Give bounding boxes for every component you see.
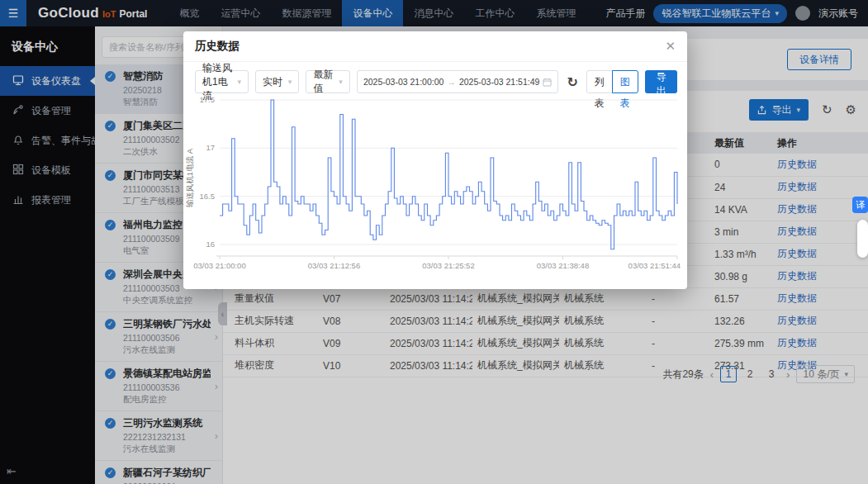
svg-text:16: 16 [206, 240, 215, 249]
chart-view-button[interactable]: 图表 [612, 70, 638, 93]
date-end: 2025-03-03 21:51:49 [459, 77, 540, 87]
svg-text:17: 17 [206, 143, 215, 152]
refresh-icon[interactable]: ↻ [565, 74, 579, 90]
svg-text:输送风机1电流 A: 输送风机1电流 A [185, 148, 194, 207]
close-icon[interactable]: ✕ [665, 39, 676, 54]
translate-widget-button[interactable]: 译 [852, 197, 868, 213]
svg-text:03/03 21:38:48: 03/03 21:38:48 [537, 261, 589, 270]
svg-text:17.5: 17.5 [200, 95, 216, 104]
property-select[interactable]: 输送风机1电流▾ [195, 70, 249, 93]
modal-header: 历史数据 ✕ [183, 31, 687, 62]
modal-title: 历史数据 [195, 39, 240, 54]
mode-select[interactable]: 实时▾ [255, 70, 299, 93]
modal-filters: 输送风机1电流▾ 实时▾ 最新值▾ 2025-03-03 21:00:00 → … [183, 62, 687, 93]
svg-text:16.5: 16.5 [200, 192, 216, 201]
value-type-select-value: 最新值 [313, 68, 339, 96]
side-scroll-pill[interactable] [857, 220, 868, 258]
svg-text:03/03 21:25:52: 03/03 21:25:52 [422, 261, 474, 270]
value-type-select[interactable]: 最新值▾ [306, 70, 349, 93]
arrow-right-icon: → [447, 77, 456, 87]
list-view-button[interactable]: 列表 [586, 70, 613, 93]
history-data-modal: 历史数据 ✕ 输送风机1电流▾ 实时▾ 最新值▾ 2025-03-03 21:0… [183, 31, 687, 289]
svg-text:03/03 21:00:00: 03/03 21:00:00 [193, 261, 245, 270]
mode-select-value: 实时 [263, 75, 282, 89]
calendar-icon [543, 78, 552, 87]
app-root: ☰ GoCloud IoT Portal 概览运营中心数据源管理设备中心消息中心… [0, 0, 868, 484]
history-line-chart: 1616.51717.503/03 21:00:0003/03 21:12:56… [183, 93, 687, 282]
svg-text:03/03 21:12:56: 03/03 21:12:56 [308, 261, 360, 270]
date-start: 2025-03-03 21:00:00 [363, 77, 444, 87]
date-range-picker[interactable]: 2025-03-03 21:00:00 → 2025-03-03 21:51:4… [357, 70, 559, 93]
svg-text:03/03 21:51:44: 03/03 21:51:44 [628, 261, 681, 270]
modal-export-button[interactable]: 导出 [645, 70, 677, 93]
view-toggle: 列表 图表 [586, 70, 638, 93]
